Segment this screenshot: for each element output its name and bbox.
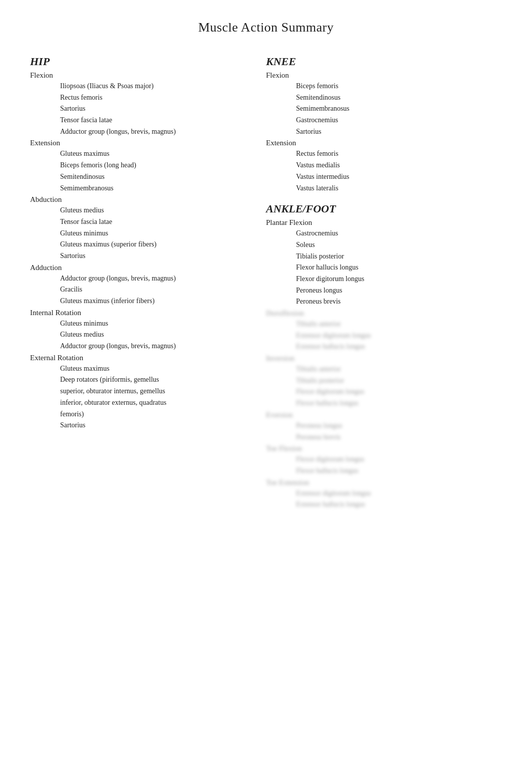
muscle-item: Sartorius [266,126,492,137]
muscle-item: Flexor digitorum longus [266,454,492,465]
muscle-item: Tibialis posterior [266,375,492,386]
inversion-heading: Inversion [266,354,492,363]
muscle-item: inferior, obturator externus, quadratus [30,397,256,408]
eversion-section: Eversion Peroneus longus Peroneus brevis [266,411,492,442]
hip-extension-heading: Extension [30,139,256,147]
muscle-item: Gluteus maximus [30,363,256,374]
ankle-joint-heading: ANKLE/FOOT [266,202,492,215]
muscle-item: Gastrocnemius [266,115,492,126]
muscle-item: femoris) [30,409,256,420]
muscle-item: Flexor digitorum longus [266,386,492,397]
muscle-item: Sartorius [30,103,256,114]
knee-joint-heading: KNEE [266,55,492,68]
muscle-item: Adductor group (longus, brevis, magnus) [30,341,256,352]
dorsiflexion-heading: Dorsiflexion [266,309,492,318]
muscle-item: Rectus femoris [266,148,492,159]
muscle-item: Semimembranosus [30,183,256,194]
muscle-item: Peroneus longus [266,420,492,431]
muscle-item: Flexor hallucis longus [266,465,492,476]
muscle-item: Extensor digitorum longus [266,488,492,499]
muscle-item: Biceps femoris [266,81,492,92]
muscle-item: Semimembranosus [266,103,492,114]
hip-internal-rotation-section: Internal Rotation Gluteus minimus Gluteu… [30,309,256,352]
hip-joint-heading: HIP [30,55,256,68]
toe-extension-heading: Toe Extension [266,478,492,487]
hip-abduction-section: Abduction Gluteus medius Tensor fascia l… [30,195,256,261]
right-column: KNEE Flexion Biceps femoris Semitendinos… [266,53,502,510]
muscle-item: Flexor digitorum longus [266,274,492,285]
muscle-item: Gluteus minimus [30,318,256,329]
muscle-item: Flexor hallucis longus [266,398,492,409]
muscle-item: Soleus [266,239,492,250]
muscle-item: Gluteus minimus [30,228,256,239]
muscle-item: Flexor hallucis longus [266,262,492,273]
hip-column: HIP Flexion Iliopsoas (Iliacus & Psoas m… [30,53,266,431]
muscle-item: Gluteus medius [30,329,256,340]
muscle-item: Tensor fascia latae [30,216,256,227]
muscle-item: Tibialis posterior [266,251,492,262]
muscle-item: Gastrocnemius [266,228,492,239]
hip-extension-section: Extension Gluteus maximus Biceps femoris… [30,139,256,193]
page-title: Muscle Action Summary [30,20,502,35]
ankle-foot-section: ANKLE/FOOT Plantar Flexion Gastrocnemius… [266,202,492,510]
knee-flexion-section: Flexion Biceps femoris Semitendinosus Se… [266,71,492,137]
toe-flexion-heading: Toe Flexion [266,444,492,453]
muscle-item: Peroneus longus [266,285,492,296]
hip-external-rotation-heading: External Rotation [30,354,256,362]
muscle-item: Gluteus maximus (inferior fibers) [30,296,256,307]
knee-extension-heading: Extension [266,139,492,147]
toe-extension-section: Toe Extension Extensor digitorum longus … [266,478,492,510]
dorsiflexion-section: Dorsiflexion Tibialis anterior Extensor … [266,309,492,352]
muscle-item: Deep rotators (piriformis, gemellus [30,374,256,385]
muscle-item: Tibialis anterior [266,364,492,375]
muscle-item: Peroneus brevis [266,296,492,307]
muscle-item: Peroneus brevis [266,432,492,443]
eversion-heading: Eversion [266,411,492,419]
muscle-item: Biceps femoris (long head) [30,160,256,171]
muscle-item: Gluteus maximus (superior fibers) [30,239,256,250]
muscle-item: Iliopsoas (Iliacus & Psoas major) [30,81,256,92]
muscle-item: Sartorius [30,250,256,262]
muscle-item: Vastus medialis [266,160,492,171]
knee-flexion-heading: Flexion [266,71,492,80]
main-content: HIP Flexion Iliopsoas (Iliacus & Psoas m… [30,53,502,510]
muscle-item: Adductor group (longus, brevis, magnus) [30,126,256,137]
muscle-item: Rectus femoris [30,92,256,103]
plantar-flexion-heading: Plantar Flexion [266,218,492,227]
muscle-item: Extensor hallucis longus [266,499,492,510]
muscle-item: Gracilis [30,284,256,295]
muscle-item: Extensor digitorum longus [266,330,492,341]
muscle-item: Vastus intermedius [266,171,492,182]
toe-flexion-section: Toe Flexion Flexor digitorum longus Flex… [266,444,492,476]
hip-adduction-section: Adduction Adductor group (longus, brevis… [30,264,256,307]
hip-external-rotation-section: External Rotation Gluteus maximus Deep r… [30,354,256,431]
inversion-section: Inversion Tibialis anterior Tibialis pos… [266,354,492,409]
muscle-item: Adductor group (longus, brevis, magnus) [30,273,256,284]
muscle-item: Gluteus maximus [30,148,256,159]
hip-flexion-section: Flexion Iliopsoas (Iliacus & Psoas major… [30,71,256,137]
hip-adduction-heading: Adduction [30,264,256,272]
muscle-item: superior, obturator internus, gemellus [30,386,256,397]
hip-abduction-heading: Abduction [30,195,256,204]
knee-section: KNEE Flexion Biceps femoris Semitendinos… [266,55,492,193]
muscle-item: Gluteus medius [30,205,256,216]
muscle-item: Semitendinosus [266,92,492,103]
muscle-item: Semitendinosus [30,171,256,182]
hip-flexion-heading: Flexion [30,71,256,80]
muscle-item: Vastus lateralis [266,183,492,194]
plantar-flexion-section: Plantar Flexion Gastrocnemius Soleus Tib… [266,218,492,307]
muscle-item: Sartorius [30,420,256,431]
hip-internal-rotation-heading: Internal Rotation [30,309,256,317]
knee-extension-section: Extension Rectus femoris Vastus medialis… [266,139,492,193]
muscle-item: Extensor hallucis longus [266,341,492,352]
muscle-item: Tibialis anterior [266,319,492,330]
muscle-item: Tensor fascia latae [30,115,256,126]
